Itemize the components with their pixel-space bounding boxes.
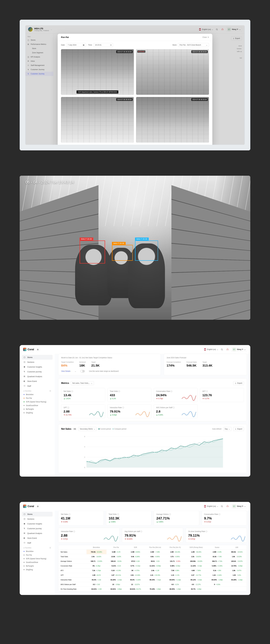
sidebar-item-staff[interactable]: ⚇Staff bbox=[22, 384, 53, 388]
favorite-item[interactable]: SVR (Speed Verse Racing) bbox=[22, 557, 53, 560]
metric-tile-interaction-rate[interactable]: Interaction Ratei79.91%▲ 4.91pt bbox=[107, 404, 151, 418]
sidebar-item-stores[interactable]: ▢Stores bbox=[22, 512, 53, 516]
table-header[interactable]: SVR bbox=[126, 545, 145, 550]
sidebar-item-store-event[interactable]: ◐Store Event bbox=[22, 379, 53, 384]
menu-icon[interactable]: ☰ bbox=[50, 390, 51, 392]
metric-tile-conversation-rate[interactable]: Conversation Ratei24.94%▼ 0.79pt bbox=[154, 388, 198, 402]
sidebar-item-store-event[interactable]: ◐Store Event bbox=[22, 536, 53, 540]
date-input[interactable]: 7 July 2024▦ bbox=[66, 43, 86, 47]
metric-tile-total-visits[interactable]: Total Visitsi433▲ 5.1% bbox=[107, 388, 151, 402]
sidebar-item-quadrant-analysis[interactable]: ⊞Quadrant Analysis bbox=[22, 531, 53, 536]
table-cell: 1.65↑ 5.8% bbox=[227, 573, 247, 578]
table-header[interactable]: Pon Pai (Xin-Yi) bbox=[165, 545, 185, 550]
table-header[interactable]: SVR (Zhong-Shan) bbox=[185, 545, 207, 550]
sidebar-item-staff[interactable]: ⚇Staff bbox=[22, 540, 53, 545]
search-icon[interactable] bbox=[220, 504, 224, 508]
sidebar-item-customer-journey[interactable]: ↯Customer journey bbox=[22, 526, 53, 531]
sidebar-item-customer-journey[interactable]: ↯Customer journey bbox=[22, 369, 53, 374]
favorite-item[interactable]: BoFangKe bbox=[22, 407, 53, 411]
table-header[interactable]: Pon Pai (Shi-Lin) bbox=[145, 545, 165, 550]
camera-tile-3[interactable]: 2024-07-06 08:30:04 bbox=[61, 97, 134, 142]
detection-bbox-3[interactable]: 644c F 20-33 bbox=[135, 240, 158, 261]
detection-bbox-1[interactable]: 644c F 20-30 bbox=[80, 240, 105, 264]
export-button[interactable]: ⤓ Export bbox=[233, 381, 244, 385]
kpi-tile-net-sales[interactable]: Net Salesi41.1M▼ 4.03% bbox=[58, 510, 104, 526]
favorite-item[interactable]: GoodGoodShoe bbox=[22, 404, 53, 407]
metric-tile-avg-visitors-per-staff[interactable]: AVG Visitors per Staffi2.8▲ 4.29% bbox=[154, 404, 198, 418]
metrics-select[interactable]: Net sales, Total Visits,...⌄ bbox=[71, 381, 94, 385]
table-header[interactable]: Pon Pai bbox=[106, 545, 126, 550]
secondary-metric-select[interactable]: Secondary Metric⌄ bbox=[78, 427, 97, 431]
view-details-link[interactable]: View Details bbox=[61, 370, 71, 372]
favorite-item[interactable]: BoFangKe bbox=[22, 564, 53, 568]
table-header[interactable] bbox=[58, 545, 87, 550]
info-icon[interactable]: i bbox=[68, 407, 69, 408]
info-icon[interactable]: i bbox=[69, 514, 71, 515]
camera-tile-4[interactable]: 2024-07-06 08:30:04 bbox=[136, 97, 209, 142]
time-input[interactable]: 15:23:41◷ bbox=[93, 43, 113, 47]
kpi-tile-on-time-greeting-rate[interactable]: On time Greeting Ratei79.11%▼ 0.87pt bbox=[185, 528, 247, 543]
notification-icon[interactable] bbox=[225, 504, 229, 508]
info-icon[interactable]: i bbox=[206, 390, 208, 392]
info-icon[interactable]: i bbox=[117, 514, 119, 515]
info-icon[interactable]: i bbox=[122, 407, 124, 408]
camera-tile-1[interactable]: 2024-07-06 08:30:04 XinYi department sto… bbox=[61, 49, 134, 95]
detection-timestamp: 06 - 04 - 2024 Tue 19:43:14 bbox=[25, 180, 74, 184]
notification-icon[interactable] bbox=[225, 348, 229, 351]
kpi-tile-avg-visitors-per-staff[interactable]: Avg Visitors per staffi79.91%▼ 10.64% bbox=[122, 528, 183, 543]
add-icon[interactable]: ⊕ bbox=[36, 348, 40, 351]
info-icon[interactable]: i bbox=[71, 390, 73, 392]
close-button[interactable]: Close ✕ bbox=[202, 36, 209, 38]
info-icon[interactable]: i bbox=[206, 530, 207, 532]
kpi-tile-average-visitors[interactable]: Average Visitorsi247.71%▲ 3.96% bbox=[154, 510, 199, 526]
same-range-toggle[interactable] bbox=[80, 370, 85, 372]
sidebar-item-sections[interactable]: ◫Sections bbox=[22, 516, 53, 521]
info-icon[interactable]: i bbox=[140, 530, 142, 532]
table-cell: 4%+1.35pt bbox=[87, 564, 106, 568]
export-button[interactable]: ⤓ Export bbox=[233, 427, 244, 431]
table-header[interactable]: Guess bbox=[207, 545, 227, 550]
table-cell: 11.41%+ 0.09pt bbox=[145, 564, 165, 568]
info-icon[interactable]: i bbox=[173, 407, 174, 408]
favorite-item[interactable]: Pon Pai bbox=[22, 553, 53, 557]
favorite-item[interactable]: GoodGoodShoe bbox=[22, 560, 53, 564]
kpi-tile-conversation-rate[interactable]: Conversation Ratei9.7%▼ 0.37pt bbox=[201, 510, 247, 526]
info-icon[interactable]: i bbox=[171, 390, 172, 392]
favorite-item[interactable]: SVR (Speed Verse Racing) bbox=[22, 400, 53, 404]
language-selector[interactable]: English (us)⌄ bbox=[204, 348, 218, 350]
language-selector[interactable]: English (us)⌄ bbox=[204, 505, 218, 508]
metric-tile-net-sales[interactable]: Net Salesi13.4k▲ 1.61% bbox=[61, 388, 105, 402]
kpi-tile-interaction-rate[interactable]: Interaction Ratei2.88▼ 0.87pt bbox=[58, 528, 120, 543]
camera-tile-2[interactable]: Record 2024-07-06 08:30:04 bbox=[136, 49, 209, 95]
favorite-item[interactable]: DingDing bbox=[22, 568, 53, 572]
kpi-tile-total-visits[interactable]: Total Visitsi102.3K▲ 3.96% bbox=[106, 510, 152, 526]
sidebar-item-sections[interactable]: ◫Sections bbox=[22, 360, 53, 364]
sidebar-item-customer-insights[interactable]: ◉Customer Insights bbox=[22, 521, 53, 526]
table-row: On Time Greeting Rate64.01%+ 2.0982.81%↑… bbox=[58, 587, 247, 592]
detection-bbox-2[interactable]: 644c F 20-33 bbox=[112, 245, 133, 261]
net-sales-chart[interactable]: 0246 bbox=[61, 434, 244, 470]
modal-title: Pon Pai bbox=[61, 36, 202, 38]
period-select[interactable]: Day⌄ bbox=[223, 427, 231, 431]
sidebar-item-quadrant-analysis[interactable]: ⊞Quadrant Analysis bbox=[22, 374, 53, 379]
info-icon[interactable]: i bbox=[219, 514, 220, 515]
info-icon[interactable]: i bbox=[73, 530, 75, 532]
favorite-item[interactable]: Pon Pai bbox=[22, 396, 53, 400]
table-header[interactable]: LEE bbox=[227, 545, 247, 550]
user-menu[interactable]: WYWang Yi⌄ bbox=[231, 347, 247, 352]
menu-icon[interactable]: ☰ bbox=[50, 547, 51, 549]
info-icon[interactable]: i bbox=[169, 514, 171, 515]
store-select[interactable]: Pon Pai - XinYi Zone Branch⌄ bbox=[178, 43, 209, 47]
search-icon[interactable] bbox=[220, 348, 224, 351]
user-menu[interactable]: WYWang Yi⌄ bbox=[231, 504, 247, 509]
metric-tile-avt[interactable]: AVTi123.76▼ 0.27% bbox=[200, 388, 244, 402]
info-icon[interactable]: i bbox=[118, 390, 120, 392]
favorite-item[interactable]: Bincinitive bbox=[22, 393, 53, 396]
sidebar-item-customer-insights[interactable]: ◉Customer Insights bbox=[22, 364, 53, 369]
metric-tile-upt[interactable]: UPTi2.88▼ 21.73% bbox=[61, 404, 105, 418]
add-icon[interactable]: ⊕ bbox=[36, 504, 40, 508]
table-header[interactable]: Bincinitive bbox=[87, 545, 106, 550]
favorite-item[interactable]: Bincinitive bbox=[22, 550, 53, 553]
favorite-item[interactable]: DingDing bbox=[22, 411, 53, 414]
sidebar-item-stores[interactable]: ▢Stores bbox=[22, 355, 53, 360]
